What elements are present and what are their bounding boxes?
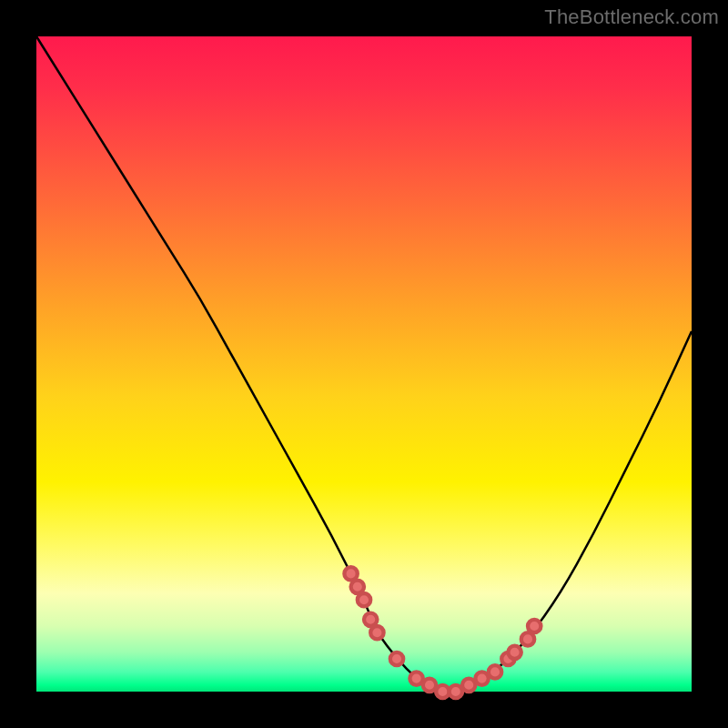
curve-svg	[36, 36, 692, 692]
marked-point	[344, 567, 357, 580]
marked-point	[462, 679, 475, 692]
marked-points-group	[344, 567, 541, 698]
marked-point	[423, 679, 436, 692]
watermark-text: TheBottleneck.com	[544, 5, 719, 29]
marked-point	[410, 672, 422, 684]
marked-point	[450, 685, 462, 698]
marked-point	[528, 620, 541, 632]
marked-point	[521, 632, 534, 645]
chart-frame: TheBottleneck.com	[0, 0, 728, 728]
marked-point	[475, 672, 488, 684]
marked-point	[370, 626, 383, 639]
marked-point	[351, 581, 364, 593]
plot-area	[36, 36, 692, 692]
marked-point	[390, 652, 403, 665]
marked-point	[508, 646, 521, 659]
marked-point	[364, 613, 377, 626]
marked-point	[358, 593, 370, 606]
marked-point	[489, 665, 501, 678]
